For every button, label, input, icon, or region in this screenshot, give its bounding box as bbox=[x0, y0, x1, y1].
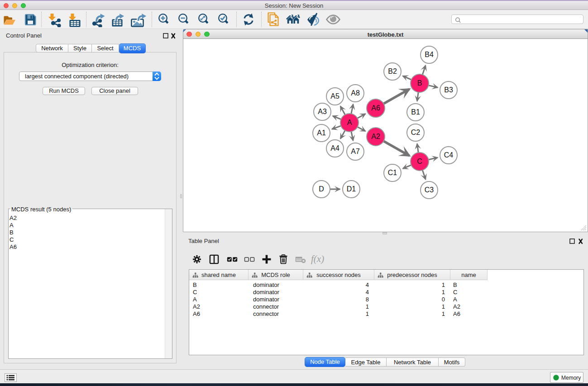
svg-text:C3: C3 bbox=[425, 186, 434, 194]
svg-text:B2: B2 bbox=[388, 67, 397, 75]
svg-text:A8: A8 bbox=[351, 89, 360, 97]
svg-text:B: B bbox=[417, 79, 422, 87]
svg-text:D1: D1 bbox=[347, 185, 356, 193]
svg-text:A5: A5 bbox=[330, 92, 339, 100]
svg-text:A6: A6 bbox=[371, 104, 380, 112]
svg-text:B1: B1 bbox=[411, 108, 420, 116]
svg-text:A4: A4 bbox=[330, 144, 339, 152]
svg-text:C: C bbox=[417, 157, 422, 165]
svg-text:C4: C4 bbox=[444, 151, 454, 159]
svg-text:D: D bbox=[319, 185, 324, 193]
svg-text:C1: C1 bbox=[388, 169, 397, 176]
svg-text:A: A bbox=[347, 119, 352, 126]
svg-text:A7: A7 bbox=[351, 148, 360, 155]
svg-text:B4: B4 bbox=[425, 51, 434, 58]
svg-text:A2: A2 bbox=[371, 133, 380, 140]
svg-text:A3: A3 bbox=[318, 108, 327, 115]
svg-text:A1: A1 bbox=[317, 129, 326, 137]
svg-text:C2: C2 bbox=[411, 129, 421, 136]
svg-text:B3: B3 bbox=[444, 86, 453, 94]
